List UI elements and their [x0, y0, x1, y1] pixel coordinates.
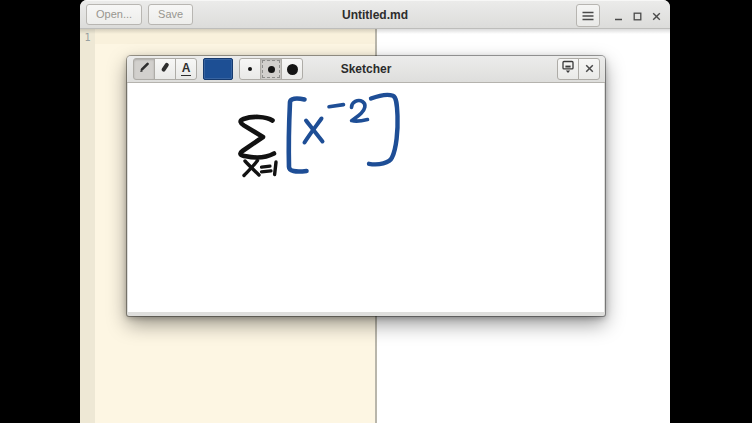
sketcher-titlebar: Sketcher: [127, 56, 605, 83]
size-small-button[interactable]: [239, 58, 261, 80]
current-line-highlight: [95, 29, 375, 44]
sketcher-close-button[interactable]: [578, 58, 600, 80]
desktop-background: Untitled.md Open... Save: [0, 0, 752, 423]
save-button[interactable]: Save: [148, 4, 193, 25]
open-button[interactable]: Open...: [86, 4, 142, 25]
size-large-button[interactable]: [281, 58, 303, 80]
hamburger-menu-button[interactable]: [576, 4, 600, 27]
medium-dot-icon: [268, 66, 275, 73]
insert-to-document-icon: [561, 60, 575, 78]
close-icon: [585, 63, 594, 75]
editor-headerbar: Untitled.md Open... Save: [80, 0, 670, 29]
marker-tool-button[interactable]: [154, 58, 176, 80]
pencil-icon: [137, 60, 151, 78]
drawing-canvas[interactable]: [128, 83, 604, 312]
sketcher-title: Sketcher: [127, 62, 605, 76]
sketcher-window: Sketcher: [127, 56, 605, 316]
window-controls: [576, 1, 666, 30]
small-dot-icon: [248, 67, 252, 71]
text-icon: A: [181, 63, 192, 76]
minimize-icon: [614, 7, 623, 25]
size-group: [239, 58, 303, 80]
text-tool-button[interactable]: A: [175, 58, 197, 80]
close-icon: [652, 7, 661, 25]
size-medium-button[interactable]: [260, 58, 282, 80]
marker-icon: [158, 60, 172, 78]
canvas-drawing: [128, 83, 604, 312]
insert-to-document-button[interactable]: [557, 58, 579, 80]
pencil-tool-button[interactable]: [133, 58, 155, 80]
maximize-button[interactable]: [628, 5, 647, 26]
line-number: 1: [84, 32, 90, 43]
close-window-button[interactable]: [647, 5, 666, 26]
line-number-gutter: 1: [80, 29, 95, 423]
sketcher-window-controls: [558, 58, 600, 80]
minimize-button[interactable]: [609, 5, 628, 26]
color-swatch[interactable]: [203, 58, 233, 80]
maximize-icon: [633, 7, 642, 25]
large-dot-icon: [287, 64, 298, 75]
hamburger-menu-icon: [582, 7, 594, 25]
tool-group: A: [133, 58, 197, 80]
